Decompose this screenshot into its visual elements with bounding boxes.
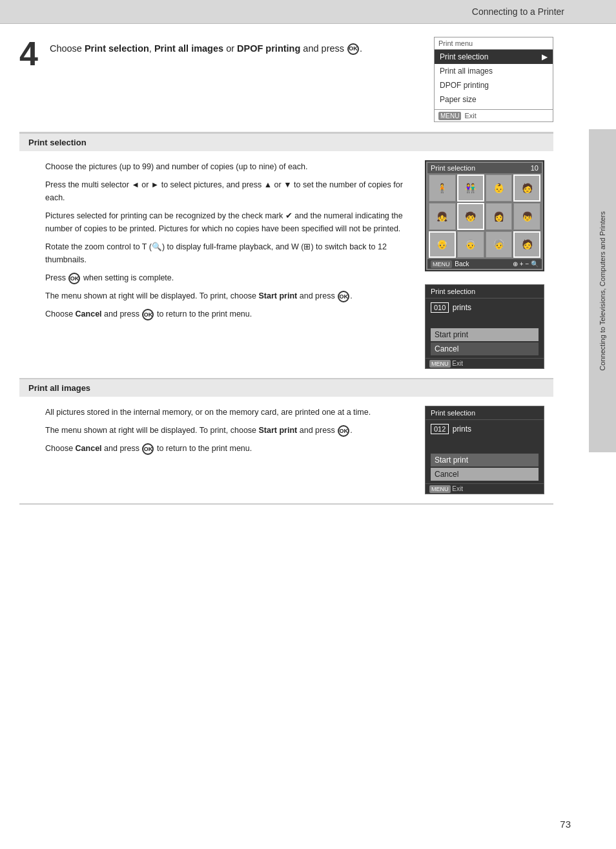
menu-item-dpof: DPOF printing (435, 78, 553, 92)
ok-circle-1: OK (68, 273, 80, 284)
pcm-footer-1: MENU Exit (426, 358, 544, 368)
footer-icons: ⊕ + − 🔍 (513, 260, 539, 267)
camera-screen-title: Print selection 10 (427, 163, 542, 173)
print-confirm-2: Print selection 012 prints Start print C… (425, 406, 544, 494)
ok-circle-3: OK (142, 309, 154, 320)
ps-para1: Choose the pictures (up to 99) and numbe… (45, 160, 412, 173)
pcm-count-1: 010 prints (426, 299, 544, 317)
thumb-2: 👫 (457, 174, 484, 202)
menu-item-print-selection: Print selection ▶ (435, 50, 553, 64)
camera-screen-thumbnails: Print selection 10 🧍 👫 👶 🧑 👧 🧒 👩 👦 (425, 160, 544, 271)
print-confirm-1: Print selection 010 prints Start print C… (425, 284, 544, 369)
pcm-title-1: Print selection (426, 285, 544, 299)
print-menu-title: Print menu (435, 37, 553, 50)
pa-para3: Choose Cancel and press OK to return to … (45, 442, 412, 455)
print-selection-header: Print selection (19, 133, 553, 151)
ok-circle-2: OK (338, 291, 349, 302)
print-all-body: All pictures stored in the internal memo… (19, 397, 553, 505)
print-menu-footer: MENU Exit (435, 109, 553, 121)
ps-para5: Press OK when setting is complete. (45, 271, 412, 284)
thumb-4: 🧑 (513, 174, 540, 202)
thumb-7: 👩 (486, 203, 513, 230)
page-header: Connecting to a Printer (0, 0, 616, 24)
pcm-footer-2: MENU Exit (426, 483, 544, 494)
pa-para2: The menu shown at right will be displaye… (45, 424, 412, 437)
arrow-right-icon: ▶ (542, 52, 548, 61)
pcm-start-print-1: Start print (431, 328, 539, 341)
thumb-5: 👧 (429, 203, 456, 230)
side-label: Connecting to Televisions, Computers and… (589, 129, 616, 452)
print-all-header: Print all images (19, 379, 553, 397)
thumb-10: 👵 (457, 231, 484, 258)
camera-footer: MENU Back ⊕ + − 🔍 (427, 259, 542, 269)
menu-key: MENU (438, 112, 461, 120)
thumb-8: 👦 (513, 203, 540, 230)
thumb-1: 🧍 (429, 174, 456, 202)
thumb-3: 👶 (486, 174, 513, 202)
print-selection-body: Choose the pictures (up to 99) and numbe… (19, 151, 553, 378)
thumb-12: 🧑 (513, 231, 540, 258)
thumb-11: 🧓 (486, 231, 513, 258)
pcm-count-2: 012 prints (426, 420, 544, 438)
pcm-cancel-2: Cancel (431, 468, 539, 481)
thumb-9: 👴 (429, 231, 456, 258)
ps-para6: The menu shown at right will be displaye… (45, 289, 412, 302)
ok-button-icon: OK (347, 43, 359, 55)
pcm-title-2: Print selection (426, 406, 544, 420)
ps-para4: Rotate the zoom control to T (🔍) to disp… (45, 240, 412, 266)
ok-circle-4: OK (338, 425, 349, 437)
page-number: 73 (560, 819, 571, 830)
ps-para7: Choose Cancel and press OK to return to … (45, 308, 412, 320)
header-title: Connecting to a Printer (472, 6, 564, 17)
right-panels: Print selection 10 🧍 👫 👶 🧑 👧 🧒 👩 👦 (425, 160, 544, 369)
step-text: Choose Print selection, Print all images… (50, 37, 421, 56)
step-number: 4 (19, 37, 38, 70)
menu-item-print-all: Print all images (435, 64, 553, 78)
ps-para2: Press the multi selector ◄ or ► to selec… (45, 178, 412, 204)
thumb-6: 🧒 (457, 203, 484, 230)
print-all-text: All pictures stored in the internal memo… (45, 406, 412, 460)
print-menu-mockup: Print menu Print selection ▶ Print all i… (434, 37, 553, 122)
ok-circle-5: OK (142, 443, 154, 455)
pa-para1: All pictures stored in the internal memo… (45, 406, 412, 419)
ps-para3: Pictures selected for printing can be re… (45, 209, 412, 235)
menu-item-paper-size: Paper size (435, 92, 553, 107)
menu-footer-key: MENU (431, 260, 452, 268)
side-label-text: Connecting to Televisions, Computers and… (598, 211, 607, 371)
step-4-section: 4 Choose Print selection, Print all imag… (19, 24, 553, 133)
print-selection-text: Choose the pictures (up to 99) and numbe… (45, 160, 412, 326)
pcm-cancel-1: Cancel (431, 342, 539, 355)
pcm-start-print-2: Start print (431, 454, 539, 466)
thumb-grid: 🧍 👫 👶 🧑 👧 🧒 👩 👦 👴 👵 🧓 🧑 (427, 173, 542, 259)
